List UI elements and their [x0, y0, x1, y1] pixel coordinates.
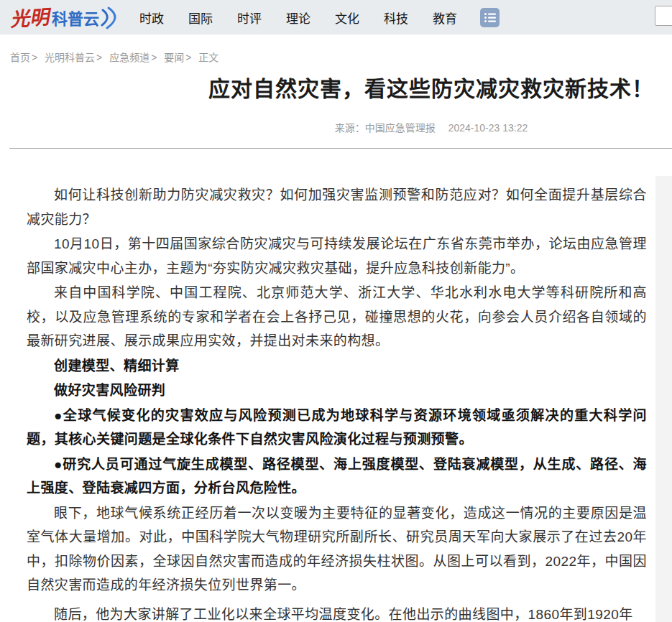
page-background-gap — [655, 176, 672, 622]
article-body-row: 如何让科技创新助力防灾减灾救灾？如何加强灾害监测预警和防范应对？如何全面提升基层… — [0, 176, 672, 622]
breadcrumb-item[interactable]: 要闻 — [164, 52, 184, 63]
main-menu-item[interactable]: 科技 — [384, 9, 408, 27]
list-menu-button[interactable] — [480, 8, 500, 27]
article-paragraph: ●研究人员可通过气旋生成模型、路径模型、海上强度模型、登陆衰减模型，从生成、路径… — [27, 452, 647, 501]
breadcrumb-item[interactable]: 光明科普云 — [45, 52, 95, 63]
main-menu-item[interactable]: 国际 — [188, 9, 213, 27]
main-menu-item[interactable]: 教育 — [433, 9, 457, 27]
breadcrumb: 首页> 光明科普云> 应急频道> 要闻> 正文> — [10, 52, 672, 63]
article-paragraph: 来自中国科学院、中国工程院、北京师范大学、浙江大学、华北水利水电大学等科研院所和… — [27, 281, 647, 353]
article-meta: 来源：中国应急管理报 2024-10-23 13:22 — [0, 122, 672, 134]
breadcrumb-separator: > — [32, 52, 37, 63]
main-menu-item[interactable]: 理论 — [286, 9, 310, 27]
breadcrumb-separator: > — [96, 52, 102, 63]
article-content: 如何让科技创新助力防灾减灾救灾？如何加强灾害监测预警和防范应对？如何全面提升基层… — [0, 176, 655, 622]
article-paragraph: 眼下，地球气候系统正经历着一次以变暖为主要特征的显著变化，造成这一情况的主要原因… — [27, 501, 647, 598]
header-divider — [9, 148, 672, 149]
main-menu-item[interactable]: 时评 — [237, 9, 262, 27]
site-logo[interactable]: 光明 科普云 — [9, 4, 124, 31]
article-paragraph: 如何让科技创新助力防灾减灾救灾？如何加强灾害监测预警和防范应对？如何全面提升基层… — [27, 183, 647, 231]
article-paragraph: 随后，他为大家讲解了工业化以来全球平均温度变化。在他出示的曲线图中，1860年到… — [27, 603, 647, 622]
article-source: 来源：中国应急管理报 — [335, 122, 436, 134]
breadcrumb-separator: > — [185, 52, 191, 63]
search-input[interactable] — [655, 6, 672, 26]
top-nav-bar: 光明 科普云 时政 国际 时评 理论 文化 科技 教育 — [0, 0, 672, 34]
article-paragraph: 10月10日，第十四届国家综合防灾减灾与可持续发展论坛在广东省东莞市举办，论坛由… — [27, 232, 647, 280]
article-paragraph: 做好灾害风险研判 — [27, 379, 647, 403]
logo-swoosh-inner — [102, 10, 107, 25]
logo-blue-text: 科普云 — [52, 10, 99, 28]
breadcrumb-item[interactable]: 首页 — [10, 52, 30, 63]
main-menu-item[interactable]: 时政 — [139, 9, 164, 27]
article-paragraph: ●全球气候变化的灾害效应与风险预测已成为地球科学与资源环境领域亟须解决的重大科学… — [27, 404, 647, 452]
article-publish-time: 2024-10-23 13:22 — [448, 122, 528, 134]
main-menu-item[interactable]: 文化 — [335, 9, 359, 27]
main-menu: 时政 国际 时评 理论 文化 科技 教育 — [139, 9, 457, 27]
article-title: 应对自然灾害，看这些防灾减灾救灾新技术！ — [0, 76, 672, 102]
list-menu-icon — [484, 11, 496, 24]
breadcrumb-item[interactable]: 正文 — [198, 52, 218, 63]
article-paragraph: 创建模型、精细计算 — [27, 354, 647, 379]
breadcrumb-separator: > — [151, 52, 157, 63]
breadcrumb-item[interactable]: 应急频道 — [109, 52, 149, 63]
logo-red-text: 光明 — [9, 6, 53, 31]
